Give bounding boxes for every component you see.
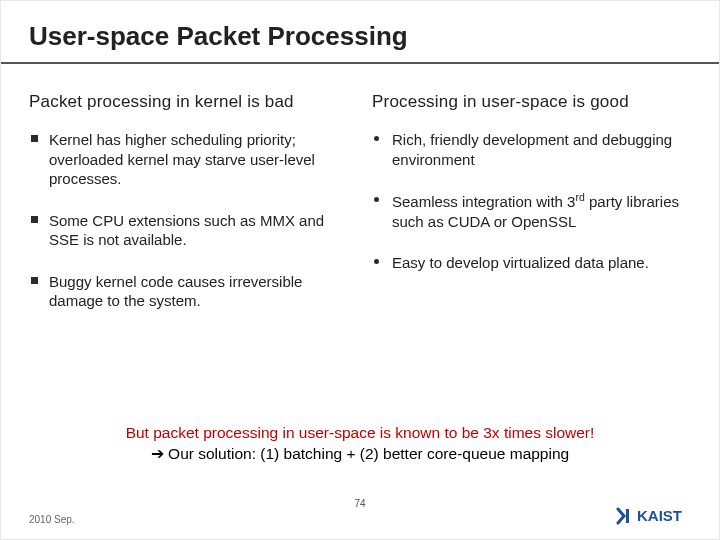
right-column: Processing in user-space is good Rich, f…	[372, 92, 691, 333]
slide: User-space Packet Processing Packet proc…	[0, 0, 720, 540]
svg-rect-0	[626, 509, 629, 523]
columns: Packet processing in kernel is bad Kerne…	[1, 64, 719, 333]
list-item: Kernel has higher scheduling priority; o…	[29, 130, 348, 189]
text: Easy to develop virtualized data plane.	[392, 254, 649, 271]
left-list: Kernel has higher scheduling priority; o…	[29, 130, 348, 311]
text: Rich, friendly development and debugging…	[392, 131, 672, 168]
right-heading: Processing in user-space is good	[372, 92, 691, 130]
summary-line-2: ➔ Our solution: (1) batching + (2) bette…	[1, 444, 719, 465]
footer-date: 2010 Sep.	[29, 514, 75, 525]
right-list: Rich, friendly development and debugging…	[372, 130, 691, 273]
list-item: Some CPU extensions such as MMX and SSE …	[29, 211, 348, 250]
text: Our solution: (1) batching + (2) better …	[164, 445, 569, 462]
list-item: Buggy kernel code causes irreversible da…	[29, 272, 348, 311]
arrow-icon: ➔	[151, 445, 164, 462]
footer-page-number: 74	[354, 498, 365, 509]
left-heading: Packet processing in kernel is bad	[29, 92, 348, 130]
superscript: rd	[575, 191, 584, 203]
summary-block: But packet processing in user-space is k…	[1, 423, 719, 465]
list-item: Easy to develop virtualized data plane.	[372, 253, 691, 273]
slide-title: User-space Packet Processing	[1, 1, 719, 52]
list-item: Rich, friendly development and debugging…	[372, 130, 691, 169]
logo-text-icon: KAIST	[637, 507, 695, 525]
left-column: Packet processing in kernel is bad Kerne…	[29, 92, 348, 333]
logo-mark-icon	[615, 507, 633, 525]
summary-line-1: But packet processing in user-space is k…	[1, 423, 719, 444]
kaist-logo: KAIST	[615, 507, 695, 525]
list-item: Seamless integration with 3rd party libr…	[372, 191, 691, 231]
text: Seamless integration with 3	[392, 193, 575, 210]
svg-text:KAIST: KAIST	[637, 507, 682, 524]
